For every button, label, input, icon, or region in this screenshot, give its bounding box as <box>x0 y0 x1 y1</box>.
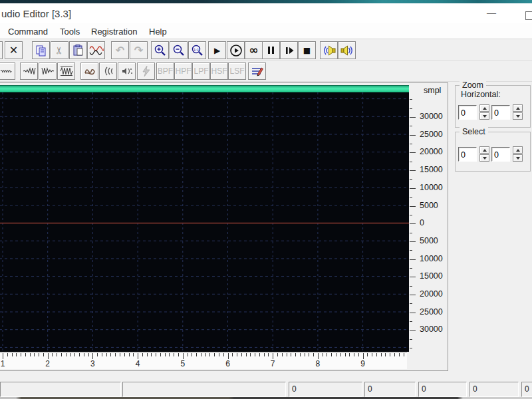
x-tick <box>196 353 197 356</box>
fade-in-button[interactable] <box>20 63 38 80</box>
effects-button[interactable] <box>118 63 136 80</box>
x-tick <box>21 353 21 356</box>
maximize-button[interactable] <box>525 11 532 20</box>
menu-command[interactable]: Command <box>5 25 51 38</box>
x-tick <box>124 353 125 356</box>
silence-button[interactable] <box>0 63 15 80</box>
echo-button[interactable] <box>99 63 117 80</box>
edge-clipped-button[interactable] <box>0 41 3 59</box>
position-overview-bar[interactable] <box>0 85 409 92</box>
x-tick <box>7 353 8 356</box>
filter-hpf-button[interactable]: HPF <box>174 63 192 80</box>
paste-button[interactable] <box>69 41 87 59</box>
x-tick <box>3 353 3 359</box>
x-tick <box>25 353 26 356</box>
copy-icon <box>35 44 48 57</box>
play-step-button[interactable] <box>280 41 298 59</box>
y-axis-label: 5000 <box>420 201 438 210</box>
menu-registration[interactable]: Registration <box>88 25 140 38</box>
delete-button[interactable]: ✕ <box>5 41 23 59</box>
status-cell-5: 0 <box>418 382 467 397</box>
zoom-special-button[interactable]: 1:1 <box>188 41 206 59</box>
x-tick <box>174 353 174 356</box>
x-axis-label: 5 <box>176 359 190 368</box>
copy-button[interactable] <box>32 41 50 59</box>
y-tick <box>410 179 412 180</box>
spin-down-icon[interactable] <box>479 112 489 120</box>
play-icon: ▶ <box>214 47 220 55</box>
delete-icon: ✕ <box>9 45 18 56</box>
waveform-edit-icon <box>89 44 104 57</box>
zoom-spinner-2[interactable] <box>513 104 523 120</box>
x-tick <box>345 353 346 356</box>
y-axis-label: 5000 <box>420 236 438 245</box>
fade-out-wave-icon <box>41 65 55 77</box>
play-button[interactable]: ▶ <box>208 41 226 59</box>
spin-down-icon[interactable] <box>513 112 523 120</box>
x-tick <box>399 353 400 356</box>
waveform-canvas[interactable] <box>0 92 409 352</box>
lightning-button[interactable] <box>137 63 155 80</box>
x-tick <box>12 353 13 356</box>
spin-up-icon[interactable] <box>513 104 523 112</box>
zoom-out-button[interactable] <box>170 41 188 59</box>
y-tick <box>410 233 412 233</box>
zoom-in-button[interactable] <box>151 41 169 59</box>
time-ruler[interactable]: 123456789 <box>0 352 407 369</box>
normalize-button[interactable] <box>57 63 75 80</box>
y-axis-label: 25000 <box>420 307 443 317</box>
filter-lsf-button[interactable]: LSF <box>228 63 246 80</box>
select-value-1[interactable]: 0 <box>458 147 477 162</box>
stop-button[interactable]: ■ <box>298 41 316 59</box>
zoom-value-2[interactable]: 0 <box>491 105 510 120</box>
status-cell-7: 0 <box>521 382 532 397</box>
x-tick <box>394 353 395 356</box>
menu-bar: Command Tools Registration Help <box>0 23 532 39</box>
silence-wave-icon <box>0 66 13 76</box>
menu-tools[interactable]: Tools <box>57 25 82 38</box>
cut-button[interactable]: ✂ <box>51 41 68 59</box>
fade-out-button[interactable] <box>39 63 57 80</box>
speaker-right-button[interactable] <box>338 41 356 59</box>
zoom-value-1[interactable]: 0 <box>458 105 477 120</box>
select-spinner-1[interactable] <box>479 146 489 162</box>
spin-up-icon[interactable] <box>479 146 489 154</box>
y-tick <box>410 170 416 171</box>
select-spinner-2[interactable] <box>513 146 523 162</box>
pause-button[interactable] <box>262 41 280 59</box>
y-tick <box>410 117 416 118</box>
spin-down-icon[interactable] <box>513 154 523 162</box>
filter-bpf-button[interactable]: BPF <box>156 63 174 80</box>
spin-down-icon[interactable] <box>479 154 489 162</box>
zoom-spinner-1[interactable] <box>479 104 489 120</box>
x-tick <box>43 353 44 356</box>
zoom-group: Zoom Horizontal: 0 0 <box>455 85 531 128</box>
draw-eq-button[interactable] <box>248 63 266 80</box>
x-tick <box>385 353 386 356</box>
filter-hsf-button[interactable]: HSF <box>210 63 228 80</box>
spin-up-icon[interactable] <box>513 146 523 154</box>
speaker-left-button[interactable] <box>320 41 338 59</box>
undo-icon: ↶ <box>116 45 124 56</box>
undo-button[interactable]: ↶ <box>111 41 129 59</box>
x-tick <box>219 353 219 356</box>
y-axis-label: 10000 <box>420 254 443 263</box>
x-axis-label: 6 <box>221 359 235 368</box>
x-tick <box>106 353 107 356</box>
x-tick <box>192 353 192 356</box>
redo-button[interactable]: ↷ <box>130 41 148 59</box>
x-tick <box>287 353 287 356</box>
noise-button[interactable] <box>80 63 98 80</box>
menu-help[interactable]: Help <box>146 25 170 38</box>
x-tick <box>323 353 323 356</box>
filter-lpf-button[interactable]: LPF <box>192 63 210 80</box>
select-value-2[interactable]: 0 <box>491 147 510 162</box>
spin-up-icon[interactable] <box>479 104 489 112</box>
play-loop-button[interactable] <box>227 41 245 59</box>
x-tick <box>88 353 89 356</box>
x-axis-label: 8 <box>311 359 325 368</box>
waveform-edit-button[interactable] <box>87 41 105 59</box>
play-infinite-button[interactable]: ∞ <box>245 41 263 59</box>
minimize-button[interactable]: — <box>483 5 500 21</box>
x-axis-label: 1 <box>0 359 9 368</box>
